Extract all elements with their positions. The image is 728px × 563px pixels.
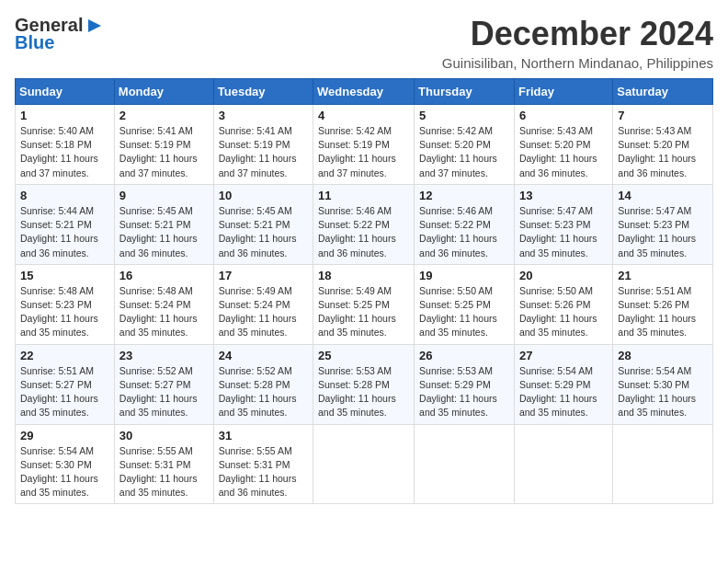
day-number: 15 [20, 269, 109, 282]
calendar-cell: 13Sunrise: 5:47 AM Sunset: 5:23 PM Dayli… [514, 184, 612, 264]
calendar-cell: 29Sunrise: 5:54 AM Sunset: 5:30 PM Dayli… [16, 424, 115, 504]
calendar-cell: 27Sunrise: 5:54 AM Sunset: 5:29 PM Dayli… [514, 344, 612, 424]
day-number: 6 [519, 109, 608, 122]
day-number: 22 [20, 349, 109, 362]
calendar-cell: 24Sunrise: 5:52 AM Sunset: 5:28 PM Dayli… [213, 344, 313, 424]
day-number: 30 [119, 429, 209, 442]
day-info: Sunrise: 5:49 AM Sunset: 5:25 PM Dayligh… [318, 284, 409, 340]
calendar-cell: 31Sunrise: 5:55 AM Sunset: 5:31 PM Dayli… [213, 424, 313, 504]
day-number: 11 [318, 189, 409, 202]
day-number: 12 [419, 189, 509, 202]
day-number: 24 [219, 349, 308, 362]
day-number: 19 [419, 269, 509, 282]
day-number: 18 [318, 269, 409, 282]
day-info: Sunrise: 5:53 AM Sunset: 5:29 PM Dayligh… [419, 364, 509, 420]
calendar-cell: 7Sunrise: 5:43 AM Sunset: 5:20 PM Daylig… [613, 105, 713, 185]
calendar-cell: 8Sunrise: 5:44 AM Sunset: 5:21 PM Daylig… [16, 184, 115, 264]
logo-blue: Blue [15, 32, 54, 53]
day-info: Sunrise: 5:48 AM Sunset: 5:24 PM Dayligh… [119, 284, 209, 340]
calendar-header-friday: Friday [514, 79, 612, 105]
calendar-cell: 26Sunrise: 5:53 AM Sunset: 5:29 PM Dayli… [415, 344, 515, 424]
calendar-cell: 14Sunrise: 5:47 AM Sunset: 5:23 PM Dayli… [613, 184, 713, 264]
calendar-week-row: 15Sunrise: 5:48 AM Sunset: 5:23 PM Dayli… [16, 264, 713, 344]
day-info: Sunrise: 5:48 AM Sunset: 5:23 PM Dayligh… [20, 284, 109, 340]
calendar-cell: 16Sunrise: 5:48 AM Sunset: 5:24 PM Dayli… [114, 264, 213, 344]
day-info: Sunrise: 5:42 AM Sunset: 5:20 PM Dayligh… [419, 124, 509, 180]
calendar-cell: 4Sunrise: 5:42 AM Sunset: 5:19 PM Daylig… [313, 105, 415, 185]
calendar-header-saturday: Saturday [613, 79, 713, 105]
location-subtitle: Guinisiliban, Northern Mindanao, Philipp… [442, 55, 713, 71]
day-number: 13 [519, 189, 608, 202]
title-area: December 2024 Guinisiliban, Northern Min… [442, 15, 713, 71]
day-info: Sunrise: 5:46 AM Sunset: 5:22 PM Dayligh… [318, 204, 409, 260]
calendar-cell: 18Sunrise: 5:49 AM Sunset: 5:25 PM Dayli… [313, 264, 415, 344]
day-number: 16 [119, 269, 209, 282]
day-info: Sunrise: 5:51 AM Sunset: 5:26 PM Dayligh… [618, 284, 708, 340]
day-info: Sunrise: 5:49 AM Sunset: 5:24 PM Dayligh… [219, 284, 308, 340]
day-info: Sunrise: 5:51 AM Sunset: 5:27 PM Dayligh… [20, 364, 109, 420]
logo: General Blue [15, 15, 105, 53]
calendar-week-row: 22Sunrise: 5:51 AM Sunset: 5:27 PM Dayli… [16, 344, 713, 424]
day-info: Sunrise: 5:53 AM Sunset: 5:28 PM Dayligh… [318, 364, 409, 420]
day-info: Sunrise: 5:43 AM Sunset: 5:20 PM Dayligh… [618, 124, 708, 180]
day-number: 2 [119, 109, 209, 122]
day-info: Sunrise: 5:54 AM Sunset: 5:30 PM Dayligh… [618, 364, 708, 420]
calendar-cell [514, 424, 612, 504]
day-info: Sunrise: 5:46 AM Sunset: 5:22 PM Dayligh… [419, 204, 509, 260]
calendar-cell: 23Sunrise: 5:52 AM Sunset: 5:27 PM Dayli… [114, 344, 213, 424]
calendar-cell: 21Sunrise: 5:51 AM Sunset: 5:26 PM Dayli… [613, 264, 713, 344]
day-number: 14 [618, 189, 708, 202]
day-number: 21 [618, 269, 708, 282]
calendar-cell: 19Sunrise: 5:50 AM Sunset: 5:25 PM Dayli… [415, 264, 515, 344]
calendar-cell [415, 424, 515, 504]
calendar-cell [613, 424, 713, 504]
day-info: Sunrise: 5:54 AM Sunset: 5:29 PM Dayligh… [519, 364, 608, 420]
day-number: 9 [119, 189, 209, 202]
day-info: Sunrise: 5:42 AM Sunset: 5:19 PM Dayligh… [318, 124, 409, 180]
day-number: 26 [419, 349, 509, 362]
header: General Blue December 2024 Guinisiliban,… [15, 15, 713, 71]
day-info: Sunrise: 5:55 AM Sunset: 5:31 PM Dayligh… [219, 444, 308, 500]
day-number: 25 [318, 349, 409, 362]
calendar-cell: 6Sunrise: 5:43 AM Sunset: 5:20 PM Daylig… [514, 105, 612, 185]
calendar-cell: 10Sunrise: 5:45 AM Sunset: 5:21 PM Dayli… [213, 184, 313, 264]
calendar-header-wednesday: Wednesday [313, 79, 415, 105]
calendar-cell [313, 424, 415, 504]
day-info: Sunrise: 5:45 AM Sunset: 5:21 PM Dayligh… [119, 204, 209, 260]
day-info: Sunrise: 5:54 AM Sunset: 5:30 PM Dayligh… [20, 444, 109, 500]
month-title: December 2024 [442, 15, 713, 53]
calendar-cell: 11Sunrise: 5:46 AM Sunset: 5:22 PM Dayli… [313, 184, 415, 264]
day-info: Sunrise: 5:47 AM Sunset: 5:23 PM Dayligh… [618, 204, 708, 260]
day-info: Sunrise: 5:44 AM Sunset: 5:21 PM Dayligh… [20, 204, 109, 260]
calendar-table: SundayMondayTuesdayWednesdayThursdayFrid… [15, 78, 713, 504]
day-info: Sunrise: 5:55 AM Sunset: 5:31 PM Dayligh… [119, 444, 209, 500]
calendar-header-sunday: Sunday [16, 79, 115, 105]
logo-arrow-icon [85, 16, 105, 36]
day-info: Sunrise: 5:43 AM Sunset: 5:20 PM Dayligh… [519, 124, 608, 180]
day-number: 27 [519, 349, 608, 362]
calendar-cell: 28Sunrise: 5:54 AM Sunset: 5:30 PM Dayli… [613, 344, 713, 424]
day-info: Sunrise: 5:47 AM Sunset: 5:23 PM Dayligh… [519, 204, 608, 260]
calendar-cell: 9Sunrise: 5:45 AM Sunset: 5:21 PM Daylig… [114, 184, 213, 264]
calendar-cell: 2Sunrise: 5:41 AM Sunset: 5:19 PM Daylig… [114, 105, 213, 185]
calendar-header-tuesday: Tuesday [213, 79, 313, 105]
calendar-cell: 20Sunrise: 5:50 AM Sunset: 5:26 PM Dayli… [514, 264, 612, 344]
day-number: 31 [219, 429, 308, 442]
day-number: 1 [20, 109, 109, 122]
calendar-header-thursday: Thursday [415, 79, 515, 105]
day-info: Sunrise: 5:41 AM Sunset: 5:19 PM Dayligh… [219, 124, 308, 180]
day-number: 7 [618, 109, 708, 122]
day-number: 20 [519, 269, 608, 282]
day-number: 3 [219, 109, 308, 122]
day-number: 4 [318, 109, 409, 122]
calendar-cell: 5Sunrise: 5:42 AM Sunset: 5:20 PM Daylig… [415, 105, 515, 185]
calendar-header-row: SundayMondayTuesdayWednesdayThursdayFrid… [16, 79, 713, 105]
day-info: Sunrise: 5:41 AM Sunset: 5:19 PM Dayligh… [119, 124, 209, 180]
calendar-week-row: 1Sunrise: 5:40 AM Sunset: 5:18 PM Daylig… [16, 105, 713, 185]
svg-marker-0 [88, 19, 101, 32]
day-info: Sunrise: 5:52 AM Sunset: 5:28 PM Dayligh… [219, 364, 308, 420]
day-number: 29 [20, 429, 109, 442]
day-number: 23 [119, 349, 209, 362]
calendar-cell: 3Sunrise: 5:41 AM Sunset: 5:19 PM Daylig… [213, 105, 313, 185]
calendar-header-monday: Monday [114, 79, 213, 105]
